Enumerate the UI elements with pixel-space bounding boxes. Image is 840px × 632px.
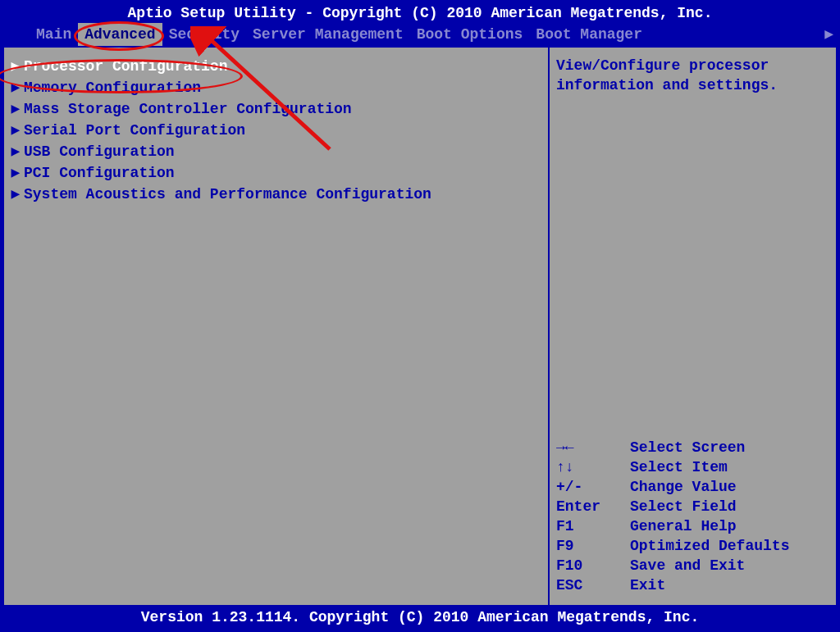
version-text: Version 1.23.1114. Copyright (C) 2010 Am…: [141, 609, 700, 625]
menu-item-label: Processor Configuration: [24, 57, 227, 76]
footer: Version 1.23.1114. Copyright (C) 2010 Am…: [0, 607, 840, 632]
help-key-optimized-defaults: F9 Optimized Defaults: [556, 536, 829, 556]
key-label: F1: [556, 516, 630, 536]
tab-advanced[interactable]: Advanced: [78, 23, 162, 46]
key-desc: Change Value: [630, 477, 737, 497]
help-key-general-help: F1 General Help: [556, 516, 829, 536]
help-key-change-value: +/- Change Value: [556, 477, 829, 497]
submenu-icon: ▶: [7, 163, 24, 183]
help-pane: View/Configure processor information and…: [550, 48, 838, 607]
key-desc: Optimized Defaults: [630, 536, 789, 556]
submenu-icon: ▶: [7, 184, 24, 204]
menu-usb-configuration[interactable]: ▶ USB Configuration: [7, 141, 548, 162]
help-key-list: →← Select Screen ↑↓ Select Item +/- Chan…: [556, 438, 829, 595]
help-key-exit: ESC Exit: [556, 575, 829, 595]
menu-pci-configuration[interactable]: ▶ PCI Configuration: [7, 162, 548, 184]
key-desc: Select Field: [630, 497, 737, 516]
menu-memory-configuration[interactable]: ▶ Memory Configuration: [7, 77, 548, 98]
key-label: →←: [556, 438, 630, 457]
key-label: F9: [556, 536, 630, 556]
menu-pane: ▶ Processor Configuration ▶ Memory Confi…: [2, 48, 550, 607]
key-desc: Select Screen: [630, 438, 745, 457]
menu-item-label: Memory Configuration: [24, 78, 201, 98]
tab-server-management[interactable]: Server Management: [246, 23, 410, 46]
menu-item-label: PCI Configuration: [24, 163, 175, 183]
key-desc: Save and Exit: [630, 556, 745, 575]
tab-boot-manager[interactable]: Boot Manager: [529, 23, 649, 46]
key-label: Enter: [556, 497, 630, 516]
menu-system-acoustics-configuration[interactable]: ▶ System Acoustics and Performance Confi…: [7, 184, 548, 205]
tab-main[interactable]: Main: [30, 23, 78, 46]
help-key-save-exit: F10 Save and Exit: [556, 556, 829, 575]
scroll-right-icon[interactable]: ▶: [824, 23, 833, 46]
submenu-icon: ▶: [7, 78, 24, 98]
menu-processor-configuration[interactable]: ▶ Processor Configuration: [7, 56, 548, 77]
submenu-icon: ▶: [7, 120, 24, 140]
key-desc: General Help: [630, 516, 737, 536]
help-text: View/Configure processor information and…: [556, 56, 829, 95]
main-area: ▶ Processor Configuration ▶ Memory Confi…: [0, 48, 840, 607]
help-key-select-screen: →← Select Screen: [556, 438, 829, 457]
key-label: F10: [556, 556, 630, 575]
key-label: ESC: [556, 575, 630, 595]
key-label: +/-: [556, 477, 630, 497]
menu-item-label: System Acoustics and Performance Configu…: [24, 184, 431, 204]
help-key-select-item: ↑↓ Select Item: [556, 457, 829, 477]
key-label: ↑↓: [556, 457, 630, 477]
key-desc: Exit: [630, 575, 665, 595]
menu-item-label: Mass Storage Controller Configuration: [24, 99, 352, 119]
menu-item-label: Serial Port Configuration: [24, 120, 245, 140]
submenu-icon: ▶: [7, 142, 24, 161]
submenu-icon: ▶: [7, 57, 24, 76]
key-desc: Select Item: [630, 457, 728, 477]
menu-mass-storage-configuration[interactable]: ▶ Mass Storage Controller Configuration: [7, 98, 548, 120]
setup-title: Aptio Setup Utility - Copyright (C) 2010…: [0, 0, 840, 23]
help-key-select-field: Enter Select Field: [556, 497, 829, 516]
menu-serial-port-configuration[interactable]: ▶ Serial Port Configuration: [7, 120, 548, 141]
submenu-icon: ▶: [7, 99, 24, 119]
header: Aptio Setup Utility - Copyright (C) 2010…: [0, 0, 840, 48]
tab-security[interactable]: Security: [162, 23, 246, 46]
menu-item-label: USB Configuration: [24, 142, 175, 161]
tab-boot-options[interactable]: Boot Options: [410, 23, 530, 46]
tab-bar: Main Advanced Security Server Management…: [0, 23, 840, 46]
